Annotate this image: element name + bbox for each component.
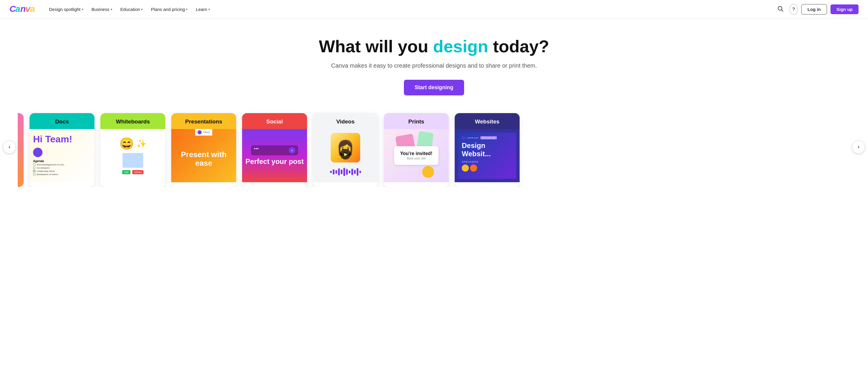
docs-greeting: Hi Team! [33,133,91,146]
carousel-prev-button[interactable]: ‹ [3,141,16,154]
card-videos-header: Videos [313,113,378,129]
card-websites-header: Websites [455,113,520,129]
chevron-down-icon: ▾ [111,8,112,11]
websites-speakers-label: SPEAKERS [462,160,513,163]
carousel-next-button[interactable]: › [852,141,865,154]
login-button[interactable]: Log in [801,4,827,14]
nav-item-business[interactable]: Business ▾ [88,4,116,14]
wb-shape [123,153,143,168]
nav-item-design-spotlight[interactable]: Design spotlight ▾ [45,4,87,14]
card-whiteboards[interactable]: Whiteboards 😄 ✨ Ash James [100,113,165,187]
card-wb-body: 😄 ✨ Ash James [100,129,165,182]
nav-item-plans[interactable]: Plans and pricing ▾ [147,4,191,14]
card-docs-header: Docs [30,113,94,129]
card-pres-header: Presentations [171,113,236,129]
svg-line-6 [781,10,783,11]
card-social-body: ●●● C Perfect your post [242,129,307,182]
card-docs-body: Hi Team! 👤 Agenda Acknowledgement of con… [30,129,94,182]
svg-text:n: n [20,4,26,13]
pres-preview-text: Present with ease [176,150,231,167]
nav-label: Learn [196,7,207,12]
wb-tag-ash: Ash [122,170,130,174]
docs-item-1: Acknowledgement of cont... [33,163,91,166]
design-type-carousel: ‹ Docs Hi Team! 👤 Agenda Acknowledgement… [0,107,868,187]
logo[interactable]: C a n v a [9,4,36,16]
chevron-down-icon: ▾ [82,8,83,11]
websites-preview-title: DesignWebsit... [462,142,513,158]
card-wb-header: Whiteboards [100,113,165,129]
docs-item-3: Leadership intros [33,170,91,173]
search-button[interactable] [775,3,786,16]
svg-text:a: a [16,4,20,13]
card-videos-body: 👩 ▶ [313,129,378,182]
chevron-down-icon: ▾ [141,8,143,11]
chevron-down-icon: ▾ [209,8,210,11]
nav-links: Design spotlight ▾ Business ▾ Education … [45,4,775,14]
agenda-label: Agenda [33,159,91,163]
card-social-header: Social [242,113,307,129]
card-presentations[interactable]: Presentations Canva Present with ease [171,113,236,187]
nav-item-learn[interactable]: Learn ▾ [192,4,213,14]
docs-item-4: Breakdown of teams [33,173,91,176]
help-button[interactable]: ? [789,4,798,15]
nav-label: Design spotlight [49,7,81,12]
card-prints-header: Prints [384,113,449,129]
card-prints-body: You're invited! Book your slot [384,129,449,182]
card-websites[interactable]: Websites canva.com Book your slot Design… [455,113,520,187]
nav-label: Education [120,7,140,12]
hero-section: What will you design today? Canva makes … [0,19,868,107]
emoji-smiley: 😄 [119,137,134,151]
prints-invite-card: You're invited! Book your slot [394,146,438,165]
docs-avatar: 👤 [33,148,42,157]
docs-item-2: Ice breakers [33,167,91,169]
nav-label: Plans and pricing [151,7,185,12]
hero-subtitle: Canva makes it easy to create profession… [6,62,862,69]
svg-text:a: a [30,4,35,13]
carousel-track: Docs Hi Team! 👤 Agenda Acknowledgement o… [0,113,868,187]
nav-item-education[interactable]: Education ▾ [117,4,147,14]
nav-label: Business [92,7,110,12]
card-partial-left [18,113,24,187]
wb-tag-james: James [132,170,144,174]
navbar: C a n v a Design spotlight ▾ Business ▾ … [0,0,868,19]
card-social[interactable]: Social ●●● C Perfect your post [242,113,307,187]
card-websites-body: canva.com Book your slot DesignWebsit...… [455,129,520,182]
websites-book-btn[interactable]: Book your slot [480,136,497,139]
card-docs[interactable]: Docs Hi Team! 👤 Agenda Acknowledgement o… [30,113,94,187]
card-pres-body: Canva Present with ease [171,129,236,182]
hero-title: What will you design today? [6,37,862,56]
nav-actions: ? Log in Sign up [775,3,859,16]
chevron-down-icon: ▾ [186,8,187,11]
card-prints[interactable]: Prints You're invited! Book your slot [384,113,449,187]
card-videos[interactable]: Videos 👩 ▶ [313,113,378,187]
social-preview-text: Perfect your post [245,158,304,166]
emoji-sparkle: ✨ [136,139,147,149]
video-waveform [328,166,364,178]
signup-button[interactable]: Sign up [831,4,859,14]
start-designing-button[interactable]: Start designing [404,80,464,95]
